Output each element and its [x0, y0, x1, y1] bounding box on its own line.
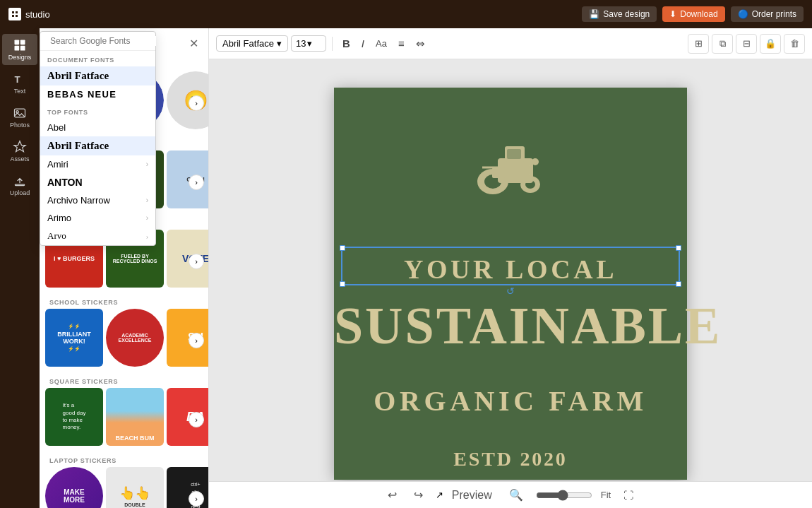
- sticker-make-more[interactable]: MAKEMORE: [45, 467, 103, 508]
- font-item-arvo[interactable]: Arvo ›: [40, 227, 155, 245]
- svg-rect-0: [15, 40, 20, 45]
- font-selector-arrow: ▾: [277, 38, 282, 49]
- sticker-brilliant-work[interactable]: ⚡⚡ BRILLIANTWORK! ⚡⚡: [45, 309, 103, 367]
- font-item-archivo-narrow[interactable]: Archivo Narrow ›: [40, 191, 155, 209]
- toolbar-sep-1: [332, 37, 333, 51]
- spacing-button[interactable]: ⇔: [412, 35, 429, 53]
- font-name-arvo: Arvo: [47, 230, 66, 242]
- font-item-abel[interactable]: Abel: [40, 119, 155, 136]
- logo-text: studio: [25, 9, 50, 20]
- undo-button[interactable]: ↩: [383, 485, 401, 504]
- bumper-stickers-next[interactable]: ›: [189, 254, 204, 269]
- topbar-logo: studio: [8, 8, 50, 20]
- font-dropdown: DOCUMENT FONTS Abril Fatface BEBAS NEUE …: [40, 31, 156, 246]
- save-design-button[interactable]: 💾 Save design: [582, 6, 657, 22]
- svg-point-17: [532, 158, 539, 165]
- top-fonts-label: TOP FONTS: [40, 103, 155, 119]
- logo-stickers-next[interactable]: ›: [189, 175, 204, 190]
- font-search-input[interactable]: [50, 36, 156, 46]
- save-icon: 💾: [589, 9, 599, 19]
- canvas[interactable]: ↺ YOUR LOCAL SUSTAINABLE ORGANIC FARM ES…: [334, 88, 687, 480]
- sidebar-upload-label: Upload: [10, 189, 30, 196]
- arvo-arrow: ›: [146, 232, 148, 240]
- font-size-display: 13: [296, 38, 306, 49]
- bold-button[interactable]: B: [338, 35, 354, 52]
- right-toolbar: ⊞ ⧉ ⊟ 🔒 🗑: [688, 34, 805, 54]
- circle-stickers-next[interactable]: ›: [189, 95, 204, 111]
- preview-area: ↗ Preview: [436, 486, 496, 504]
- handle-top-right[interactable]: [676, 245, 681, 251]
- layers-button[interactable]: ⊟: [736, 34, 757, 54]
- sticker-double[interactable]: 👆👆 DOUBLE: [106, 467, 164, 508]
- font-selector[interactable]: Abril Fatface ▾: [216, 35, 288, 52]
- topbar-left: studio: [8, 8, 50, 20]
- zoom-slider[interactable]: [536, 490, 592, 501]
- canvas-estd[interactable]: ESTD 2020: [334, 448, 687, 471]
- rotate-handle[interactable]: ↺: [506, 285, 515, 297]
- font-name-display: Abril Fatface: [222, 38, 274, 49]
- download-button[interactable]: ⬇ Download: [662, 6, 724, 22]
- font-name-abel: Abel: [47, 122, 66, 133]
- preview-button[interactable]: Preview: [448, 486, 496, 504]
- order-prints-button[interactable]: 🔵 Order prints: [731, 6, 804, 22]
- order-icon: 🔵: [738, 9, 748, 19]
- grid-button[interactable]: ⊞: [688, 34, 709, 54]
- sidebar-item-assets[interactable]: Assets: [2, 136, 37, 167]
- font-name-abril-top: Abril Fatface: [47, 140, 109, 152]
- sidebar-item-text[interactable]: T Text: [2, 68, 37, 99]
- font-item-arimo[interactable]: Arimo ›: [40, 209, 155, 227]
- font-name-amiri: Amiri: [47, 159, 68, 170]
- laptop-stickers-next[interactable]: ›: [189, 491, 204, 507]
- font-name-arimo: Arimo: [47, 213, 71, 223]
- sidebar-item-designs[interactable]: Designs: [2, 34, 37, 65]
- close-panel-button[interactable]: ✕: [189, 37, 198, 50]
- handle-top-left[interactable]: [340, 245, 345, 251]
- font-item-bebas-neue[interactable]: BEBAS NEUE: [40, 85, 155, 103]
- svg-rect-1: [20, 40, 25, 45]
- font-size-selector[interactable]: 13 ▾: [291, 35, 326, 52]
- sticker-beach-bum[interactable]: BEACH BUM: [106, 388, 164, 446]
- topbar: studio 💾 Save design ⬇ Download 🔵 Order …: [0, 0, 812, 28]
- font-item-amiri[interactable]: Amiri ›: [40, 155, 155, 173]
- sidebar-photos-label: Photos: [10, 122, 30, 129]
- font-item-anton[interactable]: Anton: [40, 173, 155, 191]
- copy-button[interactable]: ⧉: [712, 34, 733, 54]
- canvas-wrapper: ↺ YOUR LOCAL SUSTAINABLE ORGANIC FARM ES…: [209, 59, 812, 508]
- font-item-abril-fatface-top[interactable]: Abril Fatface: [40, 136, 155, 155]
- cursor-icon: ↗: [436, 490, 443, 500]
- font-case-button[interactable]: Aa: [371, 35, 391, 52]
- sidebar-assets-label: Assets: [10, 155, 29, 163]
- logo-icon: [8, 8, 21, 20]
- delete-button[interactable]: 🗑: [784, 34, 805, 54]
- svg-rect-3: [20, 46, 25, 51]
- school-stickers-next[interactable]: ›: [189, 333, 204, 348]
- font-name-bebas: BEBAS NEUE: [47, 89, 117, 100]
- redo-button[interactable]: ↪: [410, 485, 427, 504]
- laptop-stickers-grid: MAKEMORE 👆👆 DOUBLE ctrl+alt+selfdest ›: [40, 467, 208, 508]
- topbar-right: 💾 Save design ⬇ Download 🔵 Order prints: [582, 6, 804, 22]
- sidebar-item-upload[interactable]: Upload: [2, 170, 37, 201]
- font-name-archivo: Archivo Narrow: [47, 195, 110, 206]
- font-item-abril-fatface-doc[interactable]: Abril Fatface: [40, 66, 155, 85]
- canvas-organic-farm[interactable]: ORGANIC FARM: [334, 384, 687, 418]
- order-label: Order prints: [752, 9, 796, 19]
- align-button[interactable]: ≡: [394, 35, 409, 52]
- sticker-good-day[interactable]: It's agood dayto makemoney.: [45, 388, 103, 446]
- canvas-your-local[interactable]: YOUR LOCAL: [334, 254, 687, 285]
- section-square-stickers: SQUARE STICKERS: [40, 372, 208, 388]
- sticker-academic[interactable]: ACADEMICEXCELLENCE: [106, 309, 164, 367]
- sidebar-item-photos[interactable]: Photos: [2, 102, 37, 133]
- square-stickers-next[interactable]: ›: [189, 412, 204, 427]
- lock-button[interactable]: 🔒: [760, 34, 781, 54]
- svg-rect-15: [492, 167, 505, 178]
- italic-button[interactable]: I: [357, 35, 369, 52]
- zoom-out-button[interactable]: 🔍: [505, 485, 527, 504]
- canvas-sustainable[interactable]: SUSTAINABLE: [334, 300, 687, 352]
- fullscreen-button[interactable]: ⛶: [619, 487, 638, 504]
- svg-rect-7: [15, 184, 24, 186]
- toolbar-row: Abril Fatface ▾ 13 ▾ B I Aa ≡ ⇔ ⊞ ⧉ ⊟ 🔒 …: [209, 28, 812, 59]
- arimo-arrow: ›: [146, 214, 148, 222]
- preview-label: Preview: [452, 489, 492, 501]
- font-search-box: [40, 32, 155, 51]
- main-layout: Designs T Text Photos Assets Upload Desi…: [0, 28, 812, 508]
